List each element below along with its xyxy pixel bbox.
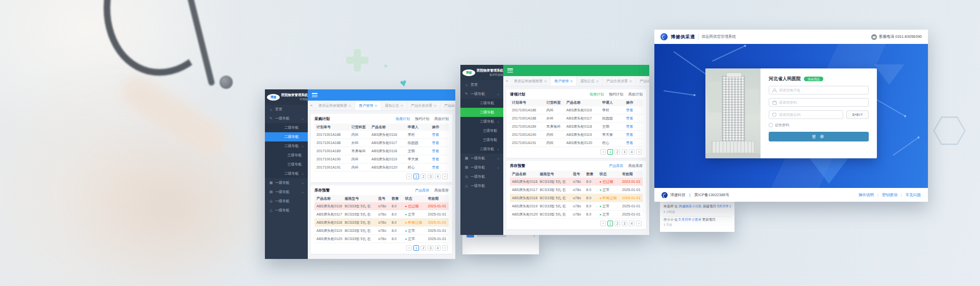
sidebar-item[interactable]: ▤ 一级导航 ∨ xyxy=(460,163,503,172)
sidebar-item[interactable]: 三级导航 xyxy=(460,135,503,145)
tab[interactable]: 用户管理 ⊙ xyxy=(355,101,381,110)
login-button[interactable]: 登 录 xyxy=(769,132,869,141)
tab[interactable]: 资质证件效期预警 ⊙ xyxy=(315,101,355,110)
tab[interactable]: 通知公告 ⊙ xyxy=(577,76,603,86)
username-field[interactable]: 请填写用户名 xyxy=(769,86,869,94)
view-link[interactable]: 查看 xyxy=(624,116,643,121)
view-link[interactable]: 查看 xyxy=(430,165,449,170)
pager-item[interactable]: 2 xyxy=(615,221,620,226)
pager-item[interactable]: 2 xyxy=(421,245,426,251)
plan-link[interactable]: 高值计划 xyxy=(434,116,449,122)
pager-item[interactable]: 4 xyxy=(629,149,634,155)
sidebar-item[interactable]: ▦ 一级导航 ∨ xyxy=(265,178,308,187)
pager-item[interactable]: › xyxy=(636,221,642,226)
tab[interactable]: 产品出库 ⊙ xyxy=(636,76,649,86)
pager-item[interactable]: 2 xyxy=(615,149,620,155)
pager-item[interactable]: ‹ xyxy=(600,149,606,155)
sidebar-item[interactable]: 二级导航 ∧ xyxy=(265,141,308,151)
pager-item[interactable]: 4 xyxy=(435,245,440,251)
collapse-tabs-icon[interactable]: « xyxy=(308,101,315,110)
sidebar-item[interactable]: 二级导航 xyxy=(460,99,503,108)
sidebar-item[interactable]: ▤ 一级导航 ∨ xyxy=(265,187,308,197)
hamburger-icon[interactable] xyxy=(312,93,317,97)
sidebar-item[interactable]: 三级导航 xyxy=(460,126,503,135)
view-link[interactable]: 查看 xyxy=(624,140,643,146)
sidebar-item[interactable]: 二级导航 xyxy=(460,108,503,117)
pager-item[interactable]: › xyxy=(636,149,642,155)
pager-item[interactable]: › xyxy=(442,174,448,179)
pager-item[interactable]: 1 xyxy=(413,174,419,179)
captcha-challenge[interactable]: 6+8=? xyxy=(846,110,869,119)
view-link[interactable]: 查看 xyxy=(624,132,643,137)
sidebar-item[interactable]: 三级导航 xyxy=(265,160,308,169)
stock-link[interactable]: 高值库存 xyxy=(434,188,449,193)
pager-item[interactable]: ‹ xyxy=(406,174,412,179)
divider xyxy=(698,34,699,40)
sidebar-item[interactable]: 二级导航 xyxy=(265,123,308,132)
plan-link[interactable]: 预约计划 xyxy=(415,116,429,122)
pager-item[interactable]: 4 xyxy=(629,221,634,226)
pager-item[interactable]: 1 xyxy=(607,149,613,155)
dept-cell: 耳鼻喉科 xyxy=(545,124,565,129)
sidebar-item[interactable]: 三级导航 xyxy=(265,151,308,160)
activity-link[interactable]: 5 月日常小需求 xyxy=(679,218,701,221)
pager-item[interactable]: ‹ xyxy=(406,245,412,251)
view-link[interactable]: 查看 xyxy=(624,124,643,129)
sidebar-item[interactable]: △ 一级导航 xyxy=(460,181,503,190)
captcha-field[interactable]: 请填写验证码 xyxy=(769,110,843,119)
footer-link[interactable]: 密钥驱动 xyxy=(874,193,897,198)
sidebar-item[interactable]: ⌂ 首页 xyxy=(265,105,308,114)
view-link[interactable]: 查看 xyxy=(430,132,449,137)
activity-link[interactable]: 5月日常小需求 xyxy=(717,204,731,208)
sidebar-item[interactable]: 二级导航 ∧ xyxy=(460,117,503,126)
footer-link[interactable]: 操作说明 xyxy=(859,193,874,198)
pager-item[interactable]: 4 xyxy=(435,174,440,179)
sidebar-item[interactable]: ⌂ 首页 xyxy=(460,80,503,89)
chevron-down-icon: ∨ xyxy=(302,191,304,194)
plan-link[interactable]: 高值计划 xyxy=(628,92,643,97)
pager-item[interactable]: 1 xyxy=(607,221,613,226)
footer-link[interactable]: 常见问题 xyxy=(897,193,921,198)
pager-item[interactable]: 2 xyxy=(421,174,426,179)
tab[interactable]: 通知公告 ⊙ xyxy=(381,101,407,110)
tab[interactable]: 产品分类设置 ⊙ xyxy=(603,76,636,86)
pager-item[interactable]: ‹ xyxy=(600,221,606,226)
plan-link[interactable]: 预约计划 xyxy=(609,92,623,97)
pager-item[interactable]: 3 xyxy=(428,245,433,251)
view-link[interactable]: 查看 xyxy=(624,108,643,113)
pager-item[interactable]: 3 xyxy=(622,221,627,226)
sidebar-item[interactable]: △ 一级导航 xyxy=(265,206,308,215)
pager-item[interactable]: › xyxy=(442,245,448,251)
plan-link[interactable]: 领用计划 xyxy=(396,116,410,122)
pager-item[interactable]: 3 xyxy=(428,174,433,179)
tab[interactable]: 产品分类设置 ⊙ xyxy=(407,101,440,110)
hamburger-icon[interactable] xyxy=(507,68,513,73)
password-field[interactable]: 请填写密码 xyxy=(769,98,869,107)
pager-item[interactable]: 3 xyxy=(622,149,627,155)
plan-link[interactable]: 领用计划 xyxy=(590,92,604,97)
sidebar-item[interactable]: ✎ 一级导航 ∧ xyxy=(460,89,503,99)
stock-link[interactable]: 产品库存 xyxy=(609,163,623,169)
list-icon: ▤ xyxy=(269,190,273,194)
tab[interactable]: 用户管理 ⊙ xyxy=(551,76,577,86)
table-row: 20171001A186 内科 ABS床头柜0116 李程 查看 xyxy=(314,131,449,139)
tab[interactable]: 产品出库 ⊙ xyxy=(440,101,455,110)
sidebar-item[interactable]: ▦ 一级导航 ∨ xyxy=(460,154,503,163)
tab[interactable]: 资质证件效期预警 ⊙ xyxy=(510,76,551,86)
sidebar-item[interactable]: 二级导航 ∨ xyxy=(460,145,503,154)
collapse-tabs-icon[interactable]: « xyxy=(503,76,510,86)
view-link[interactable]: 查看 xyxy=(430,157,449,162)
sidebar-item[interactable]: ◎ 一级导航 xyxy=(265,197,308,206)
pager-item[interactable]: 1 xyxy=(413,245,419,251)
stock-link[interactable]: 高值库存 xyxy=(628,163,643,169)
footer-links: 操作说明密钥驱动常见问题 xyxy=(859,193,921,198)
activity-link[interactable]: 风健精英小分队 xyxy=(679,204,702,208)
sidebar-item[interactable]: 二级导航 ∨ xyxy=(265,169,308,178)
sidebar-item[interactable]: ✎ 一级导航 ∧ xyxy=(265,114,308,123)
sidebar-item[interactable]: 二级导航 xyxy=(265,132,308,141)
remember-checkbox[interactable] xyxy=(769,123,773,127)
view-link[interactable]: 查看 xyxy=(430,149,449,154)
view-link[interactable]: 查看 xyxy=(430,140,449,146)
stock-link[interactable]: 产品库存 xyxy=(415,188,429,193)
sidebar-item[interactable]: ◎ 一级导航 xyxy=(460,172,503,181)
